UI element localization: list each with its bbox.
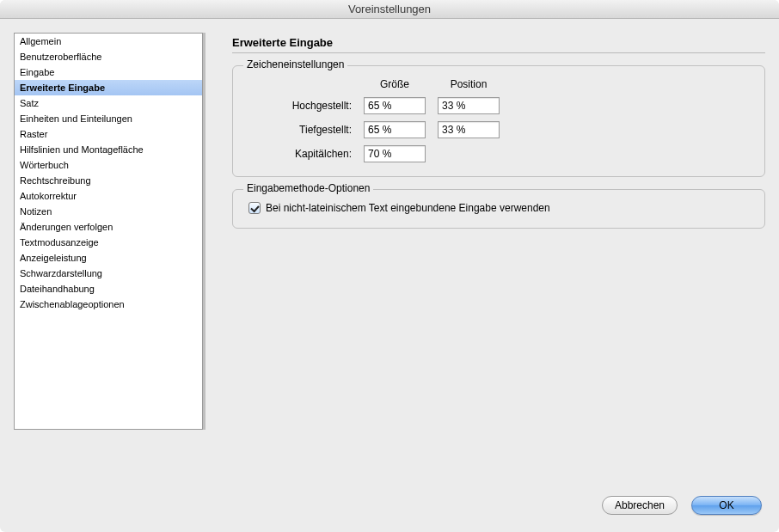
col-header-position: Position xyxy=(438,78,500,90)
sidebar: AllgemeinBenutzeroberflächeEingabeErweit… xyxy=(14,33,203,430)
sidebar-item[interactable]: Textmodusanzeige xyxy=(15,235,202,250)
panel-heading: Erweiterte Eingabe xyxy=(232,36,765,53)
button-bar: Abbrechen OK xyxy=(0,496,779,532)
sidebar-item[interactable]: Allgemein xyxy=(15,34,202,49)
superscript-position-input[interactable] xyxy=(438,97,500,114)
subscript-position-input[interactable] xyxy=(438,121,500,138)
sidebar-item[interactable]: Erweiterte Eingabe xyxy=(15,80,202,95)
cancel-button[interactable]: Abbrechen xyxy=(602,496,678,515)
sidebar-item[interactable]: Satz xyxy=(15,95,202,111)
sidebar-item[interactable]: Benutzeroberfläche xyxy=(15,49,202,64)
sidebar-item[interactable]: Autokorrektur xyxy=(15,188,202,204)
col-header-size: Größe xyxy=(364,78,426,90)
character-settings-legend: Zeicheneinstellungen xyxy=(243,58,347,70)
superscript-size-input[interactable] xyxy=(364,97,426,114)
main-panel: Erweiterte Eingabe Zeicheneinstellungen … xyxy=(232,33,765,496)
sidebar-item[interactable]: Wörterbuch xyxy=(15,157,202,173)
subscript-size-input[interactable] xyxy=(364,121,426,138)
subscript-label: Tiefgestellt: xyxy=(248,124,352,136)
sidebar-item[interactable]: Rechtschreibung xyxy=(15,173,202,188)
sidebar-item[interactable]: Schwarzdarstellung xyxy=(15,266,202,281)
sidebar-item[interactable]: Dateihandhabung xyxy=(15,281,202,297)
window-title: Voreinstellungen xyxy=(0,0,779,19)
smallcaps-label: Kapitälchen: xyxy=(248,148,352,160)
content-area: AllgemeinBenutzeroberflächeEingabeErweit… xyxy=(0,19,779,496)
ime-options-legend: Eingabemethode-Optionen xyxy=(243,182,373,194)
preferences-window: Voreinstellungen AllgemeinBenutzeroberfl… xyxy=(0,0,779,532)
sidebar-item[interactable]: Raster xyxy=(15,126,202,142)
smallcaps-size-input[interactable] xyxy=(364,145,426,162)
character-settings-group: Zeicheneinstellungen Größe Position Hoch… xyxy=(232,65,765,177)
sidebar-item[interactable]: Anzeigeleistung xyxy=(15,250,202,266)
superscript-label: Hochgestellt: xyxy=(248,100,352,112)
sidebar-item[interactable]: Änderungen verfolgen xyxy=(15,219,202,235)
ok-button[interactable]: OK xyxy=(691,496,762,515)
sidebar-item[interactable]: Hilfslinien und Montagefläche xyxy=(15,142,202,157)
use-inline-input-label: Bei nicht-lateinischem Text eingebundene… xyxy=(266,202,550,214)
sidebar-item[interactable]: Zwischenablageoptionen xyxy=(15,297,202,312)
ime-options-group: Eingabemethode-Optionen Bei nicht-latein… xyxy=(232,189,765,229)
use-inline-input-checkbox[interactable] xyxy=(248,202,261,214)
sidebar-item[interactable]: Einheiten und Einteilungen xyxy=(15,111,202,126)
sidebar-item[interactable]: Notizen xyxy=(15,204,202,219)
sidebar-item[interactable]: Eingabe xyxy=(15,64,202,80)
